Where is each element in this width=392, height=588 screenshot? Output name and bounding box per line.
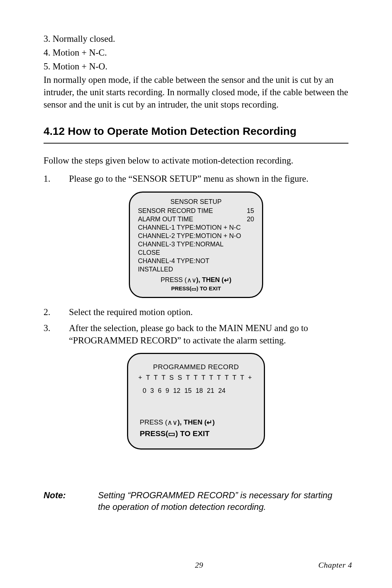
screen-row-record-time: SENSOR RECORD TIME 15 (138, 207, 254, 215)
screen-line: CLOSE (138, 249, 254, 257)
row-value: 15 (247, 207, 254, 215)
note-block: Note: Setting “PROGRAMMED RECORD” is nec… (44, 490, 348, 513)
list-item-3: 3. Normally closed. (44, 33, 348, 45)
programmed-record-screen-wrap: PROGRAMMED RECORD + T T T S S T T T T T … (44, 353, 348, 450)
press-text-b: ), THEN ( (196, 276, 224, 283)
press-text-c: ) (212, 418, 215, 426)
step-text: Select the required motion option. (69, 306, 348, 318)
list-item-4: 4. Motion + N-C. (44, 47, 348, 59)
row-label: ALARM OUT TIME (138, 215, 193, 223)
time-scale: 0 3 6 9 12 15 18 21 24 (138, 386, 254, 395)
chapter-label: Chapter 4 (318, 560, 352, 570)
manual-page: 3. Normally closed. 4. Motion + N-C. 5. … (0, 0, 392, 588)
screen-line: CHANNEL-3 TYPE:NORMAL (138, 240, 254, 249)
exit-text-b: ) TO EXIT (175, 429, 209, 438)
screen-title: PROGRAMMED RECORD (138, 362, 254, 372)
screen-line: INSTALLED (138, 265, 254, 274)
list-item-5: 5. Motion + N-O. (44, 60, 348, 73)
step-number: 2. (44, 306, 69, 318)
step-text: Please go to the “SENSOR SETUP” menu as … (69, 173, 348, 185)
sensor-setup-screen: SENSOR SETUP SENSOR RECORD TIME 15 ALARM… (129, 192, 263, 298)
book-icon: ▭ (168, 430, 175, 438)
step-number: 3. (44, 322, 69, 347)
exit-text-a: PRESS( (140, 429, 168, 438)
section-intro: Follow the steps given below to activate… (44, 154, 348, 167)
screen-press-line: PRESS (∧∨), THEN (↵) (138, 417, 254, 427)
steps-list-cont: 2. Select the required motion option. 3.… (44, 306, 348, 346)
press-text-a: PRESS ( (160, 276, 187, 283)
sensor-setup-screen-wrap: SENSOR SETUP SENSOR RECORD TIME 15 ALARM… (44, 192, 348, 298)
exit-text-a: PRESS( (171, 285, 191, 291)
note-label: Note: (44, 490, 98, 513)
up-icon: ∧ (187, 277, 192, 283)
screen-title: SENSOR SETUP (138, 198, 254, 206)
screen-exit-line: PRESS(▭) TO EXIT (138, 285, 254, 292)
screen-line: CHANNEL-4 TYPE:NOT (138, 257, 254, 265)
down-icon: ∨ (172, 419, 177, 426)
row-label: SENSOR RECORD TIME (138, 207, 213, 215)
section-heading: 4.12 How to Operate Motion Detection Rec… (44, 124, 348, 139)
body-content: 3. Normally closed. 4. Motion + N-C. 5. … (44, 33, 348, 513)
programmed-record-screen: PROGRAMMED RECORD + T T T S S T T T T T … (127, 353, 265, 450)
step-text: After the selection, please go back to t… (69, 322, 348, 347)
screen-line: CHANNEL-2 TYPE:MOTION + N-O (138, 232, 254, 240)
step-number: 1. (44, 173, 69, 185)
screen-line: CHANNEL-1 TYPE:MOTION + N-C (138, 223, 254, 232)
row-value: 20 (247, 215, 254, 223)
up-icon: ∧ (167, 419, 172, 426)
enter-icon: ↵ (207, 419, 212, 426)
screen-row-alarm-time: ALARM OUT TIME 20 (138, 215, 254, 223)
step-2: 2. Select the required motion option. (44, 306, 348, 318)
screen-exit-line: PRESS(▭) TO EXIT (138, 428, 254, 439)
down-icon: ∨ (192, 277, 196, 283)
exit-text-b: ) TO EXIT (196, 285, 221, 291)
steps-list: 1. Please go to the “SENSOR SETUP” menu … (44, 173, 348, 185)
section-rule (44, 143, 348, 144)
schedule-row: + T T T S S T T T T T T T T + (138, 373, 254, 382)
step-3: 3. After the selection, please go back t… (44, 322, 348, 347)
press-text-c: ) (229, 276, 232, 283)
screen-press-line: PRESS (∧∨), THEN (↵) (138, 276, 254, 284)
page-footer: 29 Chapter 4 (44, 560, 352, 570)
press-text-a: PRESS ( (140, 418, 167, 426)
book-icon: ▭ (191, 286, 196, 291)
press-text-b: ), THEN ( (177, 418, 207, 426)
mode-paragraph: In normally open mode, if the cable betw… (44, 74, 348, 110)
note-text: Setting “PROGRAMMED RECORD” is necessary… (98, 490, 334, 513)
enter-icon: ↵ (224, 277, 229, 283)
step-1: 1. Please go to the “SENSOR SETUP” menu … (44, 173, 348, 185)
page-number: 29 (80, 560, 318, 570)
